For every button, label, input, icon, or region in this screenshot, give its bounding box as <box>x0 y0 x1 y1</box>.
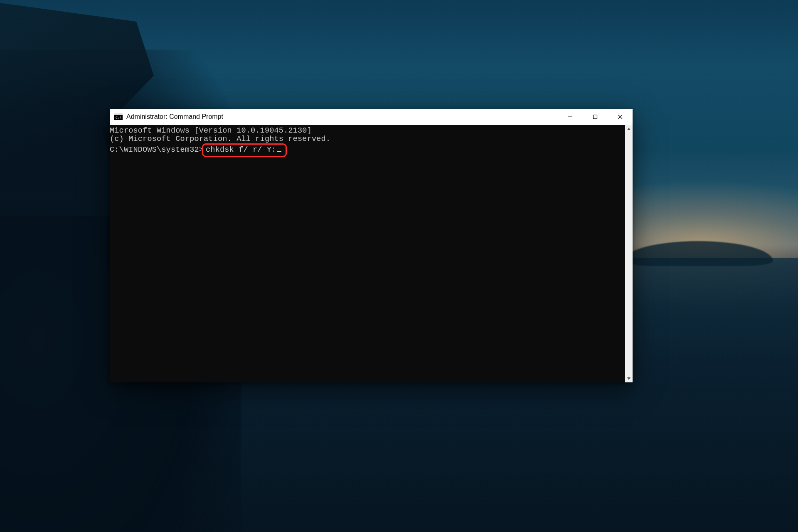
svg-rect-4 <box>594 115 597 119</box>
terminal-line: (c) Microsoft Corporation. All rights re… <box>110 135 625 143</box>
close-button[interactable] <box>608 109 633 125</box>
terminal-prompt-line: C:\WINDOWS\system32>chkdsk f/ r/ Y: <box>110 143 625 157</box>
svg-rect-1 <box>114 113 123 115</box>
terminal-output[interactable]: Microsoft Windows [Version 10.0.19045.21… <box>110 125 625 382</box>
svg-text:C:\: C:\ <box>116 116 122 120</box>
svg-rect-3 <box>568 117 572 117</box>
command-prompt-window: C:\ Administrator: Command Prompt Micros… <box>110 109 633 382</box>
terminal-line: Microsoft Windows [Version 10.0.19045.21… <box>110 127 625 135</box>
terminal-client-area: Microsoft Windows [Version 10.0.19045.21… <box>110 125 633 382</box>
window-title: Administrator: Command Prompt <box>126 113 223 121</box>
text-cursor <box>277 151 281 152</box>
desktop-wallpaper: C:\ Administrator: Command Prompt Micros… <box>0 0 798 532</box>
prompt-path: C:\WINDOWS\system32> <box>110 145 204 154</box>
svg-marker-8 <box>627 377 631 380</box>
maximize-button[interactable] <box>583 109 608 125</box>
cmd-icon: C:\ <box>114 113 123 121</box>
vertical-scrollbar[interactable] <box>625 125 633 382</box>
wallpaper-headland <box>623 241 773 266</box>
svg-marker-7 <box>627 128 631 130</box>
typed-command: chkdsk f/ r/ Y: <box>206 145 276 154</box>
titlebar[interactable]: C:\ Administrator: Command Prompt <box>110 109 633 125</box>
scroll-down-arrow-icon[interactable] <box>625 375 633 382</box>
minimize-button[interactable] <box>558 109 583 125</box>
command-highlight-box: chkdsk f/ r/ Y: <box>202 143 287 157</box>
scroll-up-arrow-icon[interactable] <box>625 125 633 133</box>
